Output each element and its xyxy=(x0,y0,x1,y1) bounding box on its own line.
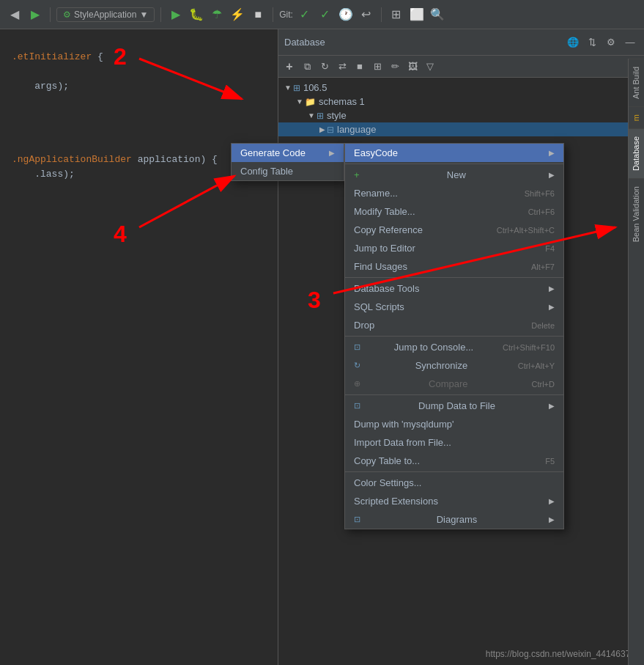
ctx-scripted-extensions[interactable]: Scripted Extensions ▶ xyxy=(345,492,563,510)
bean-validation-tab[interactable]: Bean Validation xyxy=(629,178,644,249)
ctx-synchronize[interactable]: ↻ Synchronize Ctrl+Alt+Y xyxy=(345,356,563,375)
ctx-dump-icon: ⊡ xyxy=(354,401,360,411)
db-copy-icon[interactable]: ⧉ xyxy=(299,59,315,75)
ctx-copy-table[interactable]: Copy Table to... F5 xyxy=(345,452,563,470)
ctx-copy-reference-shortcut: Ctrl+Alt+Shift+C xyxy=(497,226,555,235)
profile-btn[interactable]: ⚡ xyxy=(229,6,246,23)
ctx-find-usages-label: Find Usages xyxy=(354,261,407,272)
ctx-color-settings[interactable]: Color Settings... xyxy=(345,474,563,492)
search-btn[interactable]: 🔍 xyxy=(429,6,446,23)
ctx-sql-scripts-arrow: ▶ xyxy=(549,303,555,311)
db-preview-icon[interactable]: 🖼 xyxy=(404,59,421,75)
split-btn[interactable]: ⬜ xyxy=(408,6,426,23)
ctx-find-usages[interactable]: Find Usages Alt+F7 xyxy=(345,257,563,276)
app-dropdown[interactable]: ⚙ StyleApplication ▼ xyxy=(56,7,155,22)
database-tab[interactable]: Database xyxy=(629,128,644,178)
ctx-new-label: New xyxy=(447,169,466,180)
ctx-jump-console[interactable]: ⊡ Jump to Console... Ctrl+Shift+F10 xyxy=(345,338,563,356)
db-refresh-icon[interactable]: ↻ xyxy=(317,59,333,75)
ctx-database-tools[interactable]: Database Tools ▶ xyxy=(345,279,563,298)
code-line xyxy=(12,35,266,50)
ctx-new[interactable]: + New ▶ xyxy=(345,166,563,184)
ctx-copy-table-label: Copy Table to... xyxy=(354,455,420,466)
ctx-generate-code[interactable]: Generate Code ▶ xyxy=(232,144,344,162)
tree-schemas-label: schemas 1 xyxy=(319,96,365,107)
db-toolbar: + ⧉ ↻ ⇄ ■ ⊞ ✏ 🖼 ▽ xyxy=(278,56,644,78)
sep3 xyxy=(273,7,273,22)
tree-item-db[interactable]: ▼ ⊞ 106.5 xyxy=(278,81,644,95)
ctx-easycode-header[interactable]: EasyCode ▶ xyxy=(345,144,563,162)
db-header-icons: 🌐 ⇅ ⚙ — xyxy=(565,34,638,51)
git-history-btn[interactable]: 🕐 xyxy=(337,6,355,23)
ctx-rename[interactable]: Rename... Shift+F6 xyxy=(345,184,563,202)
forward-btn[interactable]: ▶ xyxy=(26,6,44,23)
db-minimize-icon[interactable]: — xyxy=(622,34,638,51)
git-check-btn[interactable]: ✓ xyxy=(296,6,314,23)
debug-btn[interactable]: 🐛 xyxy=(188,6,205,23)
db-globe-icon[interactable]: 🌐 xyxy=(565,34,581,51)
coverage-btn[interactable]: ☂ xyxy=(208,6,226,23)
ctx-database-tools-label: Database Tools xyxy=(354,283,419,294)
ctx-scripted-arrow: ▶ xyxy=(549,497,555,505)
ctx-modify-table-shortcut: Ctrl+F6 xyxy=(528,207,555,216)
ctx-sep2 xyxy=(345,277,563,278)
db-table-icon[interactable]: ⊞ xyxy=(369,59,385,75)
ctx-diagrams-icon: ⊡ xyxy=(354,515,360,524)
ctx-dump-arrow: ▶ xyxy=(549,402,555,410)
db-settings-icon[interactable]: ⇅ xyxy=(584,34,600,51)
db-edit-icon[interactable]: ✏ xyxy=(387,59,403,75)
code-editor[interactable]: .etInitializer { args); .ngApplicationBu… xyxy=(0,29,278,665)
tree-expand-arrow: ▶ xyxy=(319,125,325,133)
table-icon: ⊟ xyxy=(327,125,334,135)
db-panel-title: Database xyxy=(284,37,565,48)
ctx-config-table[interactable]: Config Table xyxy=(232,162,344,180)
ctx-import-data[interactable]: Import Data from File... xyxy=(345,433,563,452)
tree-expand-arrow: ▼ xyxy=(284,84,292,92)
ctx-drop-shortcut: Delete xyxy=(531,321,555,330)
tree-item-schemas[interactable]: ▼ 📁 schemas 1 xyxy=(278,95,644,109)
ctx-copy-reference[interactable]: Copy Reference Ctrl+Alt+Shift+C xyxy=(345,221,563,239)
code-line: .etInitializer { xyxy=(12,50,266,65)
tree-item-language[interactable]: ▶ ⊟ language xyxy=(278,122,644,136)
layout-btn[interactable]: ⊞ xyxy=(388,6,405,23)
ctx-modify-table[interactable]: Modify Table... Ctrl+F6 xyxy=(345,202,563,221)
code-line xyxy=(12,138,266,153)
ctx-sql-scripts[interactable]: SQL Scripts ▶ xyxy=(345,298,563,316)
ctx-rename-label: Rename... xyxy=(354,188,398,199)
git-branch-btn[interactable]: ✓ xyxy=(317,6,334,23)
db-sync-icon[interactable]: ⇄ xyxy=(334,59,350,75)
tree-style-label: style xyxy=(327,110,347,121)
run-btn[interactable]: ▶ xyxy=(167,6,185,23)
ant-build-tab[interactable]: Ant Build xyxy=(629,59,644,106)
stop-btn[interactable]: ■ xyxy=(249,6,267,23)
ctx-jump-editor[interactable]: Jump to Editor F4 xyxy=(345,239,563,257)
ctx-easycode-label: EasyCode xyxy=(354,147,398,158)
ctx-dump-data[interactable]: ⊡ Dump Data to File ▶ xyxy=(345,397,563,415)
ctx-sql-scripts-label: SQL Scripts xyxy=(354,301,404,312)
code-line: .ngApplicationBuilder application) { xyxy=(12,153,266,167)
watermark: https://blog.csdn.net/weixin_44146379 xyxy=(486,649,635,659)
ctx-rename-shortcut: Shift+F6 xyxy=(525,189,555,198)
ctx-jump-console-label: Jump to Console... xyxy=(394,342,473,353)
code-line xyxy=(12,123,266,138)
side-tabs: Ant Build m Database Bean Validation xyxy=(628,59,644,665)
db-server-icon: ⊞ xyxy=(293,83,300,93)
ctx-diagrams[interactable]: ⊡ Diagrams ▶ xyxy=(345,510,563,529)
maven-tab[interactable]: m xyxy=(629,106,644,128)
git-undo-btn[interactable]: ↩ xyxy=(358,6,375,23)
ctx-compare-shortcut: Ctrl+D xyxy=(532,380,555,389)
ctx-arrow-icon: ▶ xyxy=(329,149,335,157)
db-filter-icon[interactable]: ▽ xyxy=(422,59,438,75)
ctx-drop[interactable]: Drop Delete xyxy=(345,316,563,334)
tree-item-style[interactable]: ▼ ⊞ style xyxy=(278,109,644,122)
ctx-diagrams-arrow: ▶ xyxy=(549,515,555,523)
back-btn[interactable]: ◀ xyxy=(6,6,23,23)
db-panel-header: Database 🌐 ⇅ ⚙ — xyxy=(278,29,644,56)
ctx-diagrams-label: Diagrams xyxy=(437,514,478,525)
db-stop-icon[interactable]: ■ xyxy=(352,59,368,75)
ctx-modify-table-label: Modify Table... xyxy=(354,206,415,217)
ctx-color-settings-label: Color Settings... xyxy=(354,477,422,488)
db-add-icon[interactable]: + xyxy=(281,59,297,75)
ctx-dump-mysqldump[interactable]: Dump with 'mysqldump' xyxy=(345,415,563,433)
db-gear-icon[interactable]: ⚙ xyxy=(603,34,619,51)
